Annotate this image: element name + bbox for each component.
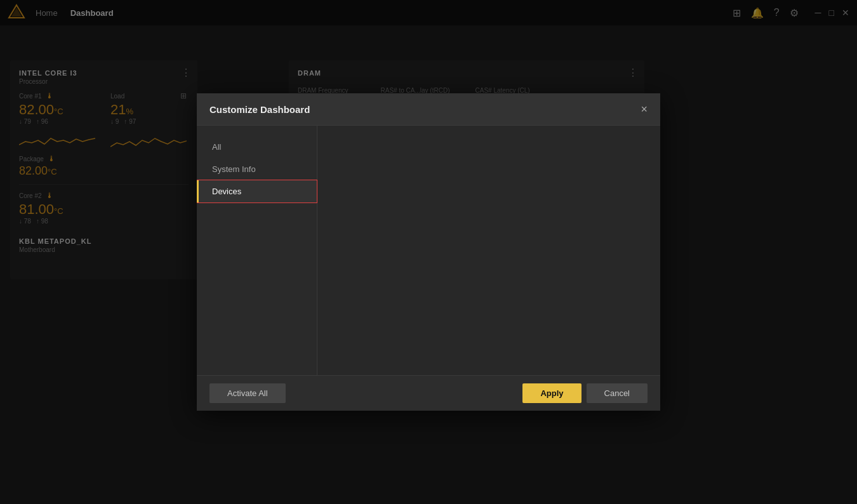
modal-title: Customize Dashboard — [209, 104, 310, 115]
modal-main-content — [317, 126, 660, 375]
activate-all-button[interactable]: Activate All — [209, 383, 286, 403]
cancel-button[interactable]: Cancel — [587, 383, 648, 403]
modal-close-button[interactable]: × — [641, 103, 648, 115]
modal-body: All System Info Devices — [197, 126, 660, 375]
sidebar-item-system-info[interactable]: System Info — [197, 158, 317, 180]
modal-footer: Activate All Apply Cancel — [197, 375, 660, 411]
sidebar-item-all[interactable]: All — [197, 136, 317, 158]
sidebar-item-devices[interactable]: Devices — [197, 180, 317, 202]
modal-sidebar: All System Info Devices — [197, 126, 317, 375]
apply-button[interactable]: Apply — [522, 383, 581, 403]
modal-overlay: Customize Dashboard × All System Info De… — [0, 0, 857, 504]
customize-dashboard-modal: Customize Dashboard × All System Info De… — [197, 93, 660, 411]
modal-header: Customize Dashboard × — [197, 93, 660, 126]
